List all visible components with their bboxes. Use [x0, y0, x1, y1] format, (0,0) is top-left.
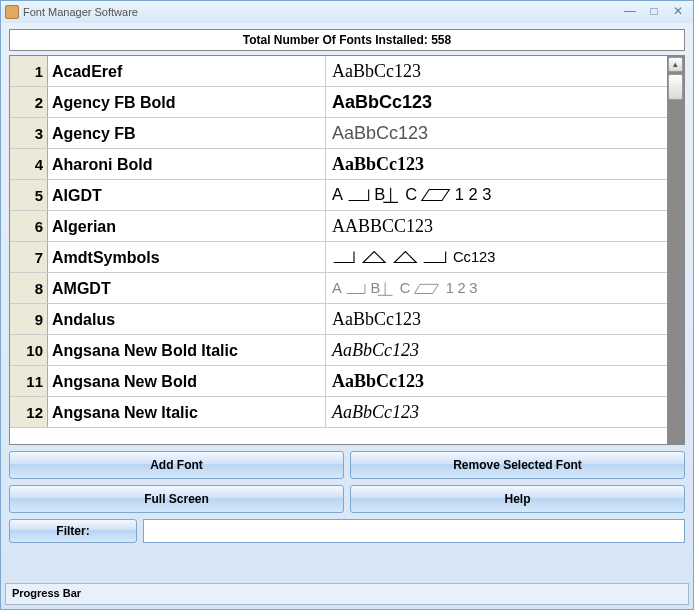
font-preview-cell: AaBbCc123 — [326, 149, 667, 179]
row-number: 4 — [10, 149, 48, 179]
font-name-cell: AMGDT — [48, 273, 326, 303]
font-preview-cell: AaBbCc123 — [326, 118, 667, 148]
font-name-cell: Angsana New Italic — [48, 397, 326, 427]
close-button[interactable]: ✕ — [667, 5, 689, 19]
row-number: 9 — [10, 304, 48, 334]
remove-font-button[interactable]: Remove Selected Font — [350, 451, 685, 479]
font-name-cell: AIGDT — [48, 180, 326, 210]
table-row[interactable]: 4Aharoni BoldAaBbCc123 — [10, 149, 667, 180]
table-row[interactable]: 7AmdtSymbolsCc123 — [10, 242, 667, 273]
symbol-preview-icon: Cc123 — [332, 246, 534, 268]
font-preview-cell: ABC123 — [326, 273, 667, 303]
svg-text:A: A — [332, 280, 342, 296]
row-number: 8 — [10, 273, 48, 303]
font-name-cell: Andalus — [48, 304, 326, 334]
row-number: 5 — [10, 180, 48, 210]
app-window: Font Manager Software — □ ✕ Total Number… — [0, 0, 694, 610]
svg-text:Cc123: Cc123 — [453, 249, 495, 265]
font-preview-cell: AaBbCc123 — [326, 87, 667, 117]
symbol-preview-icon: ABC1 2 3 — [332, 184, 515, 206]
font-name-cell: Aharoni Bold — [48, 149, 326, 179]
font-name-cell: Agency FB — [48, 118, 326, 148]
scroll-up-icon[interactable]: ▴ — [668, 57, 683, 72]
row-number: 2 — [10, 87, 48, 117]
svg-text:C: C — [405, 185, 417, 203]
table-row[interactable]: 11Angsana New BoldAaBbCc123 — [10, 366, 667, 397]
row-number: 11 — [10, 366, 48, 396]
svg-text:1 2 3: 1 2 3 — [455, 185, 492, 203]
svg-text:C: C — [400, 280, 411, 296]
filter-input[interactable] — [143, 519, 685, 543]
font-name-cell: Agency FB Bold — [48, 87, 326, 117]
font-preview-cell: Cc123 — [326, 242, 667, 272]
font-preview-cell: AaBbCc123 — [326, 304, 667, 334]
row-number: 7 — [10, 242, 48, 272]
table-row[interactable]: 9AndalusAaBbCc123 — [10, 304, 667, 335]
content-area: Total Number Of Fonts Installed: 558 1Ac… — [1, 23, 693, 549]
full-screen-button[interactable]: Full Screen — [9, 485, 344, 513]
font-preview-cell: AaBbCc123 — [326, 397, 667, 427]
summary-bar: Total Number Of Fonts Installed: 558 — [9, 29, 685, 51]
table-row[interactable]: 12Angsana New ItalicAaBbCc123 — [10, 397, 667, 428]
table-row[interactable]: 2Agency FB BoldAaBbCc123 — [10, 87, 667, 118]
app-icon — [5, 5, 19, 19]
row-number: 10 — [10, 335, 48, 365]
window-title: Font Manager Software — [23, 6, 138, 18]
scroll-thumb[interactable] — [668, 74, 683, 100]
font-preview-cell: AaBbCc123 — [326, 366, 667, 396]
status-bar: Progress Bar — [5, 583, 689, 605]
table-row[interactable]: 6AlgerianAABBCC123 — [10, 211, 667, 242]
font-name-cell: AmdtSymbols — [48, 242, 326, 272]
font-name-cell: AcadEref — [48, 56, 326, 86]
font-name-cell: Algerian — [48, 211, 326, 241]
add-font-button[interactable]: Add Font — [9, 451, 344, 479]
table-row[interactable]: 10Angsana New Bold ItalicAaBbCc123 — [10, 335, 667, 366]
symbol-preview-icon: ABC123 — [332, 277, 534, 299]
font-grid: 1AcadErefAaBbCc1232Agency FB BoldAaBbCc1… — [9, 55, 685, 445]
font-name-cell: Angsana New Bold — [48, 366, 326, 396]
help-button[interactable]: Help — [350, 485, 685, 513]
minimize-button[interactable]: — — [619, 5, 641, 19]
row-number: 6 — [10, 211, 48, 241]
font-preview-cell: AaBbCc123 — [326, 335, 667, 365]
font-preview-cell: ABC1 2 3 — [326, 180, 667, 210]
table-row[interactable]: 3Agency FBAaBbCc123 — [10, 118, 667, 149]
svg-text:A: A — [332, 185, 343, 203]
filter-label: Filter: — [9, 519, 137, 543]
scrollbar[interactable]: ▴ — [667, 56, 684, 444]
row-number: 1 — [10, 56, 48, 86]
row-number: 3 — [10, 118, 48, 148]
table-row[interactable]: 5AIGDTABC1 2 3 — [10, 180, 667, 211]
font-name-cell: Angsana New Bold Italic — [48, 335, 326, 365]
svg-text:B: B — [370, 280, 380, 296]
svg-text:123: 123 — [446, 280, 481, 296]
svg-text:B: B — [374, 185, 385, 203]
table-row[interactable]: 8AMGDTABC123 — [10, 273, 667, 304]
table-row[interactable]: 1AcadErefAaBbCc123 — [10, 56, 667, 87]
font-preview-cell: AABBCC123 — [326, 211, 667, 241]
font-preview-cell: AaBbCc123 — [326, 56, 667, 86]
maximize-button[interactable]: □ — [643, 5, 665, 19]
titlebar: Font Manager Software — □ ✕ — [1, 1, 693, 23]
row-number: 12 — [10, 397, 48, 427]
